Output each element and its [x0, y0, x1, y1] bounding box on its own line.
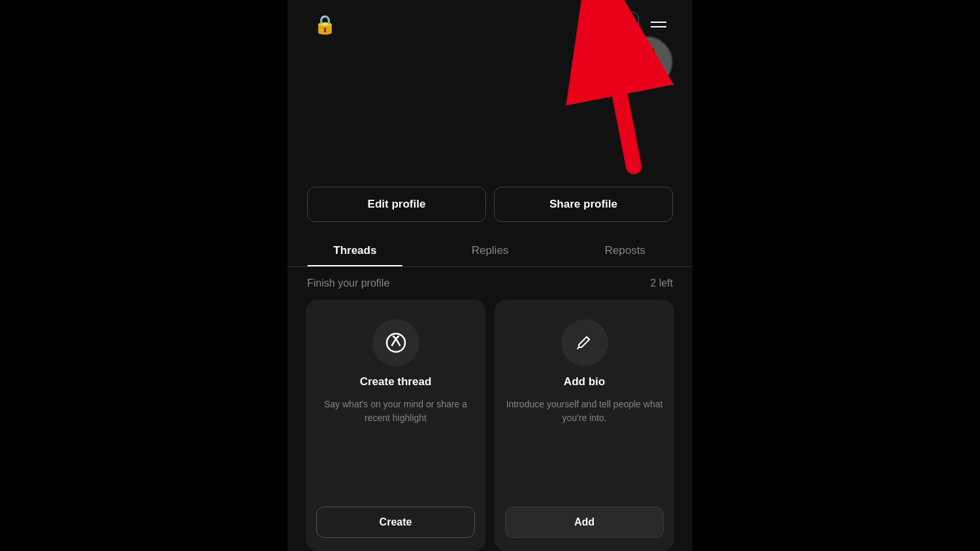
tab-threads[interactable]: Threads	[287, 235, 423, 266]
top-bar: 🔒	[287, 0, 693, 43]
add-bio-button[interactable]: Add	[505, 507, 664, 538]
svg-rect-9	[648, 78, 653, 84]
hamburger-menu[interactable]	[651, 22, 666, 27]
lock-icon: 🔒	[314, 14, 336, 35]
stats-icon[interactable]	[614, 12, 639, 37]
add-bio-desc: Introduce yourself and tell people what …	[505, 398, 664, 497]
svg-point-3	[638, 67, 656, 80]
action-cards: Create thread Say what's on your mind or…	[287, 300, 693, 551]
finish-label: Finish your profile	[307, 277, 389, 289]
finish-profile-bar: Finish your profile 2 left	[287, 267, 693, 300]
create-thread-desc: Say what's on your mind or share a recen…	[316, 398, 475, 497]
svg-rect-1	[625, 21, 628, 31]
edit-profile-button[interactable]: Edit profile	[307, 187, 486, 222]
svg-rect-2	[630, 18, 633, 30]
create-thread-icon	[372, 319, 419, 366]
add-bio-icon	[561, 319, 608, 366]
tab-replies[interactable]: Replies	[423, 235, 558, 266]
share-profile-button[interactable]: Share profile	[494, 187, 673, 222]
svg-point-14	[387, 334, 405, 352]
phone-screen: 🔒	[287, 0, 693, 551]
create-thread-card: Create thread Say what's on your mind or…	[306, 300, 485, 551]
add-bio-title: Add bio	[564, 375, 605, 388]
profile-tabs: Threads Replies Reposts	[287, 235, 693, 267]
svg-point-5	[639, 46, 655, 55]
top-bar-right	[614, 12, 666, 37]
create-thread-title: Create thread	[360, 375, 432, 388]
create-thread-button[interactable]: Create	[316, 507, 475, 538]
tab-reposts[interactable]: Reposts	[557, 235, 693, 266]
svg-rect-0	[621, 24, 623, 30]
svg-point-7	[649, 55, 651, 58]
svg-point-6	[642, 55, 645, 58]
add-bio-card: Add bio Introduce yourself and tell peop…	[495, 300, 674, 551]
finish-count: 2 left	[650, 277, 673, 289]
svg-rect-8	[640, 78, 645, 84]
profile-buttons: Edit profile Share profile	[287, 187, 693, 222]
avatar	[621, 36, 673, 88]
